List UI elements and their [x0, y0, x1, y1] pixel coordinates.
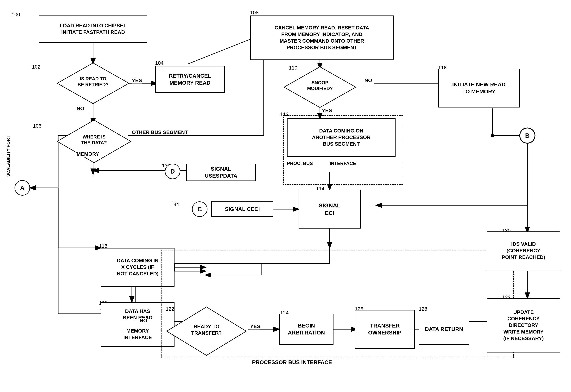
ref-112: 112: [280, 111, 288, 117]
svg-text:READY TO: READY TO: [194, 324, 219, 329]
no-102: NO: [76, 106, 84, 112]
diamond-110: SNOOP MODIFIED?: [283, 66, 357, 109]
circle-D: D: [165, 164, 180, 179]
memory-label-106: MEMORY: [76, 151, 99, 157]
svg-point-49: [491, 134, 494, 137]
interface-label: INTERFACE: [330, 161, 356, 166]
yes-102: YES: [132, 77, 142, 84]
proc-bus-interface-label: PROCESSOR BUS INTERFACE: [252, 359, 332, 365]
ref-100: 100: [12, 12, 20, 18]
box-126: TRANSFEROWNERSHIP: [355, 310, 415, 349]
ref-108: 108: [250, 10, 258, 16]
circle-C: C: [192, 201, 208, 217]
svg-text:BE RETRIED?: BE RETRIED?: [77, 82, 109, 87]
yes-122: YES: [250, 323, 260, 329]
box-124: BEGINARBITRATION: [279, 314, 333, 345]
diamond-122: READY TO TRANSFER?: [166, 306, 247, 356]
diamond-102: IS READ TO BE RETRIED?: [56, 62, 130, 105]
no-122: NO: [140, 318, 147, 324]
svg-text:IS READ TO: IS READ TO: [80, 76, 106, 81]
svg-text:MODIFIED?: MODIFIED?: [307, 86, 333, 91]
box-116: INITIATE NEW READTO MEMORY: [438, 69, 520, 108]
ref-106: 106: [33, 123, 41, 129]
box-114: SIGNALECI: [299, 190, 361, 228]
circle-A: A: [15, 180, 30, 196]
ref-128: 128: [419, 306, 427, 312]
box-128: DATA RETURN: [419, 314, 469, 345]
box-134: SIGNAL CECI: [211, 201, 273, 217]
diagram: 100 LOAD READ INTO CHIPSETINITIATE FASTP…: [0, 0, 571, 392]
box-132: UPDATECOHERENCYDIRECTORYWRITE MEMORY(IF …: [487, 298, 560, 352]
other-bus-segment-label: OTHER BUS SEGMENT: [132, 129, 188, 135]
svg-text:SNOOP: SNOOP: [312, 80, 329, 85]
svg-text:THE DATA?: THE DATA?: [81, 140, 107, 145]
box-112: DATA COMING ONANOTHER PROCESSORBUS SEGME…: [287, 118, 395, 157]
no-110: NO: [364, 77, 372, 84]
svg-text:WHERE IS: WHERE IS: [83, 134, 106, 140]
start-box: LOAD READ INTO CHIPSETINITIATE FASTPATH …: [39, 15, 147, 42]
proc-bus-label: PROC. BUS: [287, 161, 313, 166]
ref-102: 102: [32, 64, 40, 70]
box-104: RETRY/CANCELMEMORY READ: [155, 66, 225, 93]
yes-110: YES: [322, 108, 332, 113]
box-130: IDS VALID(COHERENCYPOINT REACHED): [487, 231, 560, 270]
svg-text:TRANSFER?: TRANSFER?: [191, 330, 222, 336]
ref-104: 104: [155, 60, 164, 66]
box-108: CANCEL MEMORY READ, RESET DATAFROM MEMOR…: [250, 15, 394, 60]
scalability-port-label: SCALABILITY PORT: [6, 136, 11, 177]
ref-134: 134: [171, 201, 179, 208]
circle-B: B: [520, 128, 535, 143]
box-136: SIGNALUSESPDATA: [186, 164, 256, 181]
